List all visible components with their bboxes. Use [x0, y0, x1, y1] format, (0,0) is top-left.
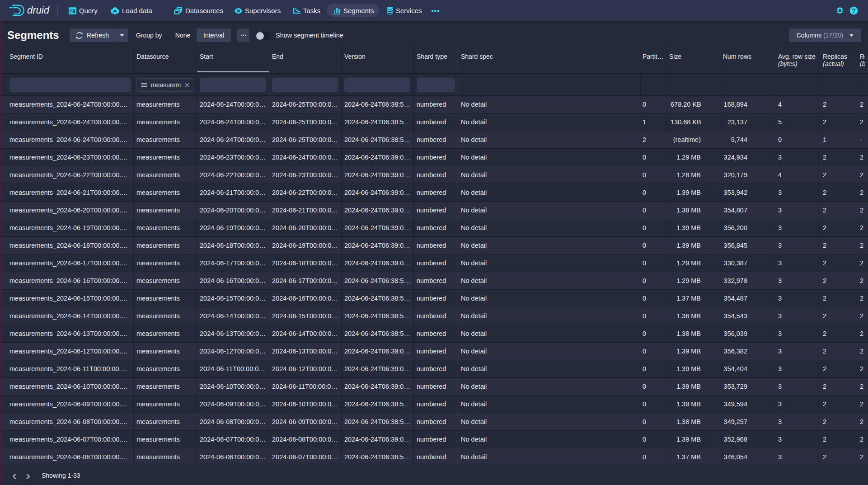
svg-text:?: ?	[852, 8, 856, 14]
